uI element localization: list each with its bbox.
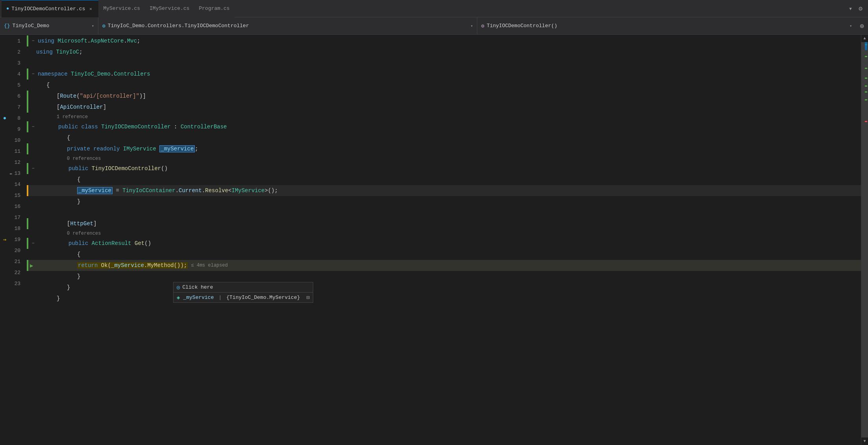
fold-btn-4[interactable]: − (30, 71, 36, 77)
gutter-row-5: 5 (0, 80, 24, 91)
code-line-21: } (27, 282, 861, 293)
datatip-var-type: {TinyIoC_Demo.MyService} (226, 295, 300, 300)
gutter-row-6: 6 (0, 91, 24, 102)
code-line-18: { (27, 249, 861, 260)
gutter-row-1: 1 (0, 35, 24, 46)
datatip-separator: | (218, 295, 222, 300)
code-line-12: { (27, 174, 861, 185)
code-line-14: } (27, 196, 861, 207)
code-line-10: private readonly IMyService _myService; (27, 143, 861, 154)
datatip-click-hint[interactable]: ◎ Click here (173, 282, 313, 293)
fold-btn-17[interactable]: − (30, 240, 36, 247)
nav-bar: {} TinyIoC_Demo ▾ ⚙ TinyIoC_Demo.Control… (0, 17, 868, 35)
class-dropdown-arrow: ▾ (471, 24, 473, 28)
debug-arrow-icon-19: ⇒ (1, 236, 9, 243)
project-icon: {} (4, 23, 10, 29)
gutter-row-10: 10 (0, 135, 24, 146)
code-line-23 (27, 304, 861, 315)
gutter-row-8: ● 8 (0, 113, 24, 124)
gutter-row-7: 7 (0, 102, 24, 113)
method-icon: ⚙ (481, 23, 484, 29)
tab-myservice[interactable]: MyService.cs (98, 0, 145, 17)
line-num-11: 11 (9, 148, 20, 154)
class-name: TinyIoC_Demo.Controllers.TinyIOCDemoCont… (108, 23, 249, 29)
gutter-row-18: 18 (0, 223, 24, 234)
tab-icon: ● (6, 6, 9, 11)
tab-list-button[interactable]: ▾ (846, 4, 855, 13)
editor-area: 1 2 3 4 5 6 7 ● 8 9 (0, 35, 868, 445)
gutter-row-2: 2 (0, 46, 24, 57)
method-dropdown-arrow: ▾ (850, 24, 852, 28)
datatip-expand-button[interactable]: ⊟ (307, 294, 310, 301)
gutter-row-13: ✏ 13 (0, 168, 24, 179)
code-line-8: − public class TinyIOCDemoController : C… (27, 121, 861, 132)
tab-imyservice[interactable]: IMyService.cs (145, 0, 194, 17)
line-num-14: 14 (9, 182, 20, 187)
gutter-row-16: 16 (0, 201, 24, 212)
bookmark-icon-8: ● (1, 115, 9, 121)
scroll-indicator-green-6 (865, 91, 867, 93)
class-dropdown[interactable]: ⚙ TinyIoC_Demo.Controllers.TinyIOCDemoCo… (98, 17, 477, 35)
tab-settings-button[interactable]: ⚙ (856, 4, 865, 13)
gutter-row-17: 17 (0, 212, 24, 223)
project-dropdown[interactable]: {} TinyIoC_Demo ▾ (0, 17, 98, 35)
code-ref-hint-get: 0 references (27, 229, 861, 238)
code-line-4: − namespace TinyIoC_Demo.Controllers (27, 69, 861, 80)
line-num-20: 20 (9, 248, 20, 254)
line-num-9: 9 (9, 126, 20, 132)
datatip-popup[interactable]: ◎ Click here ◈ _myService | {TinyIoC_Dem… (173, 282, 313, 303)
line-num-19: 19 (9, 237, 20, 243)
code-editor[interactable]: − using Microsoft.AspNetCore.Mvc; using … (24, 35, 861, 445)
code-line-15 (27, 207, 861, 218)
code-line-16: [HttpGet] (27, 218, 861, 229)
code-line-13: _myService = TinyIoCContainer.Current.Re… (27, 185, 861, 196)
gutter-row-12: 12 (0, 157, 24, 168)
tab-program[interactable]: Program.cs (194, 0, 234, 17)
line-num-8: 8 (9, 115, 20, 121)
gutter-row-22: 22 (0, 267, 24, 278)
line-num-4: 4 (9, 71, 20, 77)
code-line-22: } (27, 293, 861, 304)
scroll-down-arrow[interactable]: ▼ (862, 438, 867, 445)
code-line-9: { (27, 132, 861, 143)
tab-label: IMyService.cs (150, 6, 189, 11)
tab-tinyioc-controller[interactable]: ● TinyIOCDemoController.cs ✕ (2, 0, 98, 17)
tab-label: Program.cs (199, 6, 229, 11)
code-line-7: [ApiController] (27, 102, 861, 113)
pin-button[interactable]: ⊕ (856, 22, 868, 30)
method-name: TinyIOCDemoController() (487, 23, 557, 29)
gutter-row-14: 14 (0, 179, 24, 190)
fold-btn-8[interactable]: − (30, 124, 36, 130)
method-dropdown[interactable]: ⚙ TinyIOCDemoController() ▾ (477, 17, 856, 35)
scroll-indicator-green-3 (865, 68, 867, 69)
line-number-gutter: 1 2 3 4 5 6 7 ● 8 9 (0, 35, 24, 445)
class-icon: ⚙ (102, 23, 105, 29)
line-num-22: 22 (9, 270, 20, 276)
right-scrollbar[interactable]: ▲ ▼ (861, 35, 868, 445)
datatip-var-icon: ◈ (177, 294, 180, 301)
line-num-17: 17 (9, 215, 20, 221)
code-line-20: } (27, 271, 861, 282)
line-num-16: 16 (9, 204, 20, 210)
line-num-5: 5 (9, 82, 20, 88)
datatip-value-row[interactable]: ◈ _myService | {TinyIoC_Demo.MyService} … (173, 293, 313, 303)
gutter-row-15: 15 (0, 190, 24, 201)
elapsed-hint: ≤ 4ms elapsed (191, 263, 228, 268)
fold-btn-11[interactable]: − (30, 165, 36, 172)
scroll-indicator-green-4 (865, 78, 867, 79)
code-line-2: using TinyIoC; (27, 46, 861, 57)
line-num-3: 3 (9, 60, 20, 66)
line-num-6: 6 (9, 93, 20, 99)
tab-bar: ● TinyIOCDemoController.cs ✕ MyService.c… (0, 0, 868, 17)
code-line-5: { (27, 80, 861, 91)
gutter-row-20: 20 (0, 245, 24, 256)
line-num-21: 21 (9, 259, 20, 265)
line-num-15: 15 (9, 193, 20, 198)
scroll-up-arrow[interactable]: ▲ (862, 35, 867, 42)
scroll-indicator-green-5 (865, 85, 867, 87)
scroll-indicator-red (865, 121, 867, 122)
gutter-row-11: 11 (0, 146, 24, 157)
tab-close-button[interactable]: ✕ (87, 6, 94, 12)
project-dropdown-arrow: ▾ (92, 24, 94, 28)
fold-btn-1[interactable]: − (30, 38, 36, 44)
